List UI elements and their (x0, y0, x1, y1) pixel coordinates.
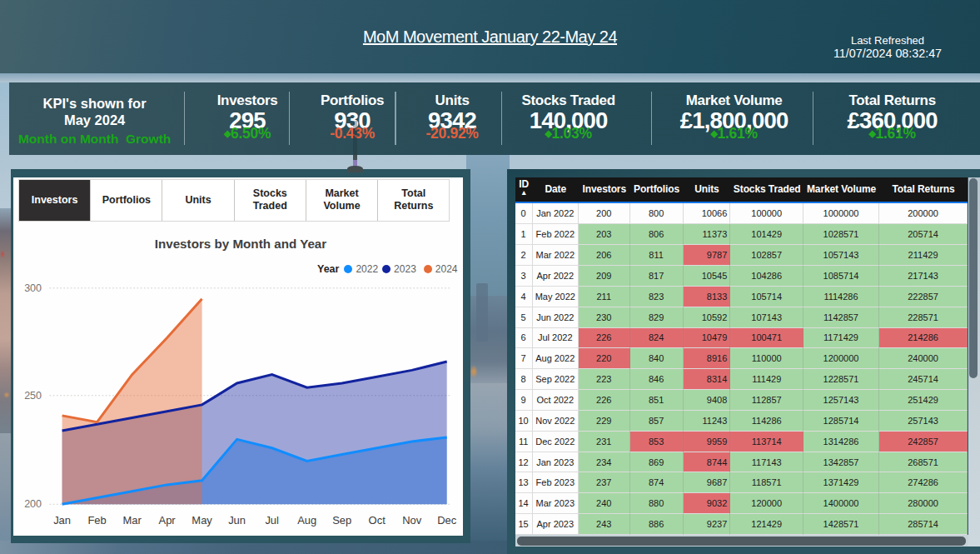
svg-text:Jan: Jan (53, 514, 71, 527)
svg-text:May: May (192, 514, 212, 527)
svg-text:Dec: Dec (437, 514, 457, 527)
svg-text:300: 300 (24, 282, 42, 294)
svg-text:200: 200 (24, 498, 42, 510)
svg-text:Nov: Nov (402, 514, 422, 527)
svg-text:250: 250 (24, 390, 42, 402)
svg-text:Aug: Aug (297, 514, 316, 527)
svg-text:Jul: Jul (265, 514, 279, 527)
svg-text:Sep: Sep (332, 514, 351, 527)
svg-text:Apr: Apr (158, 514, 176, 527)
svg-text:Mar: Mar (122, 514, 142, 527)
svg-text:Jun: Jun (228, 514, 246, 527)
svg-text:Feb: Feb (87, 514, 106, 527)
svg-text:Oct: Oct (369, 514, 386, 527)
